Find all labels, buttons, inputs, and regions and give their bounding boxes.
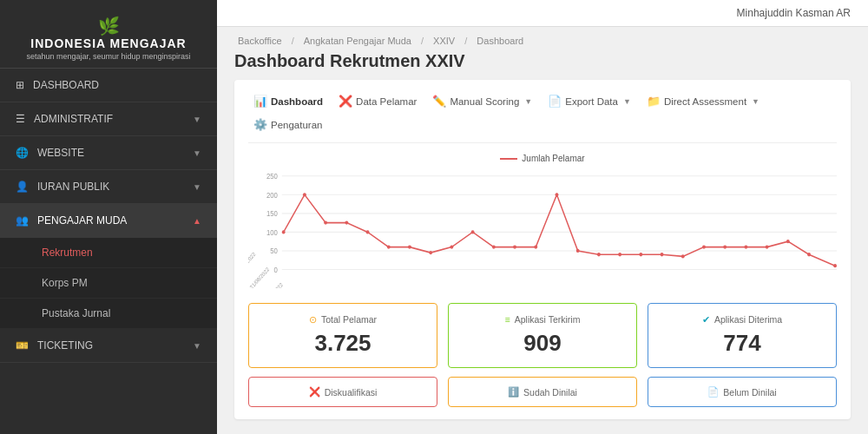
tab-export-data[interactable]: 📄 Export Data ▼ <box>542 92 636 110</box>
legend-line <box>500 158 517 160</box>
svg-point-35 <box>766 245 769 248</box>
logo-tagline: setahun mengajar, seumur hidup menginspi… <box>17 52 200 61</box>
stat-card-aplikasi-diterima: ✔ Aplikasi Diterima 774 <box>648 303 837 368</box>
sidebar-label-iuran: IURAN PUBLIK <box>37 181 109 193</box>
website-icon: 🌐 <box>16 147 29 159</box>
diskualifikasi-icon: ❌ <box>309 386 320 398</box>
svg-point-32 <box>702 245 706 248</box>
stat-value-total: 3.725 <box>261 330 424 357</box>
svg-point-29 <box>639 253 642 256</box>
svg-point-27 <box>597 253 601 256</box>
belum-dinilai-icon: 📄 <box>707 386 719 398</box>
tab-direct-assessment[interactable]: 📁 Direct Assessment ▼ <box>641 92 765 110</box>
pengajar-icon: 👥 <box>16 214 29 227</box>
svg-point-36 <box>786 240 790 243</box>
logo-icon: 🌿 <box>17 16 200 36</box>
svg-text:0: 0 <box>274 266 279 273</box>
tab-pengaturan-label: Pengaturan <box>271 120 322 130</box>
sidebar-label-dashboard: DASHBOARD <box>33 79 99 91</box>
user-name: Minhajuddin Kasman AR <box>737 7 851 19</box>
dashboard-icon: ⊞ <box>16 79 24 91</box>
sidebar-item-ticketing[interactable]: 🎫 TICKETING ▼ <box>0 329 217 363</box>
svg-point-25 <box>556 193 559 196</box>
chart-legend-label: Jumlah Pelamar <box>522 154 584 163</box>
ticketing-icon: 🎫 <box>16 339 29 352</box>
svg-point-22 <box>492 245 496 248</box>
dashboard-tab-icon: 📊 <box>253 95 267 108</box>
svg-text:23/08/2022: 23/08/2022 <box>262 280 285 288</box>
tab-export-data-label: Export Data <box>565 96 618 107</box>
svg-text:200: 200 <box>266 191 278 199</box>
svg-point-33 <box>723 245 727 248</box>
tab-manual-scoring-label: Manual Scoring <box>450 96 519 107</box>
sidebar-item-rekrutmen[interactable]: Rekrutmen <box>0 238 217 268</box>
tab-data-pelamar[interactable]: ❌ Data Pelamar <box>333 92 422 110</box>
breadcrumb-xxiv: XXIV <box>433 36 455 46</box>
chart-area: Jumlah Pelamar 250 200 150 100 50 0 <box>248 154 837 293</box>
stat-card-total-pelamar: ⊙ Total Pelamar 3.725 <box>248 303 437 368</box>
svg-text:50: 50 <box>270 247 278 255</box>
svg-point-26 <box>576 249 580 253</box>
chevron-website: ▼ <box>193 148 201 158</box>
svg-point-31 <box>681 254 685 258</box>
sidebar-item-pengajar-muda[interactable]: 👥 PENGAJAR MUDA ▲ <box>0 204 217 238</box>
aplikasi-terkirim-icon: ≡ <box>505 314 510 325</box>
svg-text:250: 250 <box>266 173 278 181</box>
tab-manual-scoring[interactable]: ✏️ Manual Scoring ▼ <box>427 92 537 110</box>
svg-point-16 <box>366 230 370 233</box>
svg-point-34 <box>744 245 747 248</box>
stats-row: ⊙ Total Pelamar 3.725 ≡ Aplikasi Terkiri… <box>248 303 837 368</box>
sidebar-logo: 🌿 INDONESIA MENGAJAR setahun mengajar, s… <box>0 0 217 69</box>
svg-text:19/08/2022: 19/08/2022 <box>248 250 257 274</box>
administratif-icon: ☰ <box>16 113 25 125</box>
card-sudah-dinilai: ℹ️ Sudah Dinilai <box>448 377 637 407</box>
manual-scoring-tab-icon: ✏️ <box>432 95 446 108</box>
chevron-manual-scoring: ▼ <box>524 97 532 106</box>
pengaturan-tab-icon: ⚙️ <box>253 118 267 131</box>
svg-point-28 <box>618 253 621 256</box>
stat-value-diterima: 774 <box>661 330 824 357</box>
chart-legend: Jumlah Pelamar <box>248 154 837 163</box>
tab-data-pelamar-label: Data Pelamar <box>356 96 417 107</box>
bottom-row: ❌ Diskualifikasi ℹ️ Sudah Dinilai 📄 Belu… <box>248 377 837 407</box>
sidebar-item-dashboard[interactable]: ⊞ DASHBOARD <box>0 69 217 102</box>
sidebar-label-ticketing: TICKETING <box>37 339 93 352</box>
chevron-pengajar: ▲ <box>193 216 201 226</box>
svg-point-23 <box>513 245 516 248</box>
sidebar-item-website[interactable]: 🌐 WEBSITE ▼ <box>0 136 217 170</box>
svg-text:150: 150 <box>266 210 278 218</box>
chevron-iuran: ▼ <box>193 182 201 192</box>
total-pelamar-icon: ⊙ <box>309 314 317 325</box>
svg-point-37 <box>807 253 811 256</box>
svg-point-14 <box>324 220 327 224</box>
breadcrumb-angkatan: Angkatan Pengajar Muda <box>304 36 411 46</box>
svg-point-17 <box>387 245 391 248</box>
logo-name: INDONESIA MENGAJAR <box>17 36 200 50</box>
tab-pengaturan[interactable]: ⚙️ Pengaturan <box>248 115 327 134</box>
svg-point-13 <box>303 193 306 196</box>
svg-point-30 <box>661 253 664 256</box>
sudah-dinilai-icon: ℹ️ <box>508 386 519 398</box>
chevron-administratif: ▼ <box>193 115 201 124</box>
tab-dashboard[interactable]: 📊 Dashboard <box>248 92 328 110</box>
aplikasi-diterima-icon: ✔ <box>702 314 710 325</box>
dashboard-card: 📊 Dashboard ❌ Data Pelamar ✏️ Manual Sco… <box>234 80 851 419</box>
svg-point-20 <box>450 245 453 248</box>
breadcrumb-backoffice: Backoffice <box>238 36 282 46</box>
tab-dashboard-label: Dashboard <box>271 96 323 107</box>
pengajar-muda-submenu: Rekrutmen Korps PM Pustaka Jurnal <box>0 238 217 329</box>
card-belum-dinilai: 📄 Belum Dinilai <box>648 377 837 407</box>
belum-dinilai-label: Belum Dinilai <box>723 387 776 398</box>
sidebar-item-pustaka-jurnal[interactable]: Pustaka Jurnal <box>0 299 217 329</box>
chevron-ticketing: ▼ <box>193 341 201 351</box>
card-diskualifikasi: ❌ Diskualifikasi <box>248 377 437 407</box>
main-content: Minhajuddin Kasman AR Backoffice / Angka… <box>217 0 868 434</box>
iuran-icon: 👤 <box>16 181 29 193</box>
svg-point-15 <box>345 220 348 224</box>
sidebar-item-iuran-publik[interactable]: 👤 IURAN PUBLIK ▼ <box>0 170 217 204</box>
svg-point-38 <box>833 264 837 267</box>
sidebar-item-administratif[interactable]: ☰ ADMINISTRATIF ▼ <box>0 102 217 136</box>
sidebar: 🌿 INDONESIA MENGAJAR setahun mengajar, s… <box>0 0 217 434</box>
svg-point-21 <box>471 230 475 233</box>
sidebar-item-korps-pm[interactable]: Korps PM <box>0 268 217 299</box>
